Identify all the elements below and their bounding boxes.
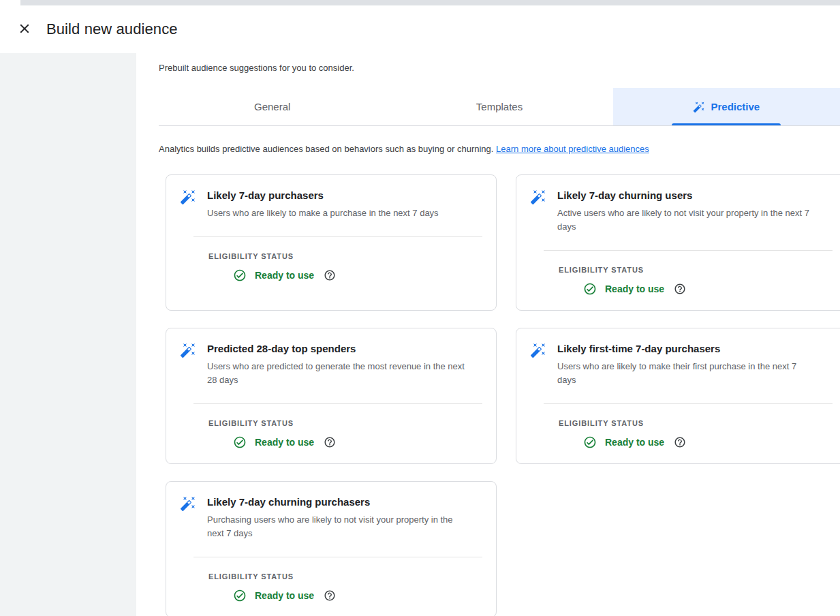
eligibility-status-label: ELIGIBILITY STATUS [559, 266, 833, 274]
status-text: Ready to use [605, 283, 664, 294]
help-icon[interactable] [324, 436, 336, 448]
card-text: Likely 7-day churning purchasers Purchas… [207, 495, 466, 540]
predictive-note: Analytics builds predictive audiences ba… [159, 144, 840, 154]
audience-card-description: Users who are predicted to generate the … [207, 360, 466, 387]
card-header: Predicted 28-day top spenders Users who … [180, 342, 482, 387]
help-icon[interactable] [324, 269, 336, 281]
audience-cards-grid: Likely 7-day purchasers Users who are li… [166, 174, 840, 616]
page-title: Build new audience [46, 20, 178, 38]
close-icon [17, 21, 32, 38]
magic-wand-icon [180, 342, 196, 358]
tab-general[interactable]: General [159, 88, 386, 125]
status-row: Ready to use [233, 589, 482, 602]
audience-card-title: Predicted 28-day top spenders [207, 342, 466, 356]
audience-card-description: Users who are likely to make a purchase … [207, 206, 439, 220]
tab-templates[interactable]: Templates [386, 88, 612, 125]
help-icon[interactable] [674, 283, 686, 295]
audience-card-likely-7-day-churning-purchasers[interactable]: Likely 7-day churning purchasers Purchas… [166, 481, 497, 616]
magic-wand-icon [693, 101, 705, 113]
page-top-strip [20, 0, 840, 5]
check-circle-icon [233, 589, 247, 602]
audience-card-description: Active users who are likely to not visit… [557, 206, 816, 234]
eligibility-status-label: ELIGIBILITY STATUS [559, 419, 833, 427]
card-text: Likely 7-day purchasers Users who are li… [207, 189, 439, 220]
divider [193, 403, 482, 404]
card-text: Likely 7-day churning users Active users… [557, 189, 816, 234]
check-circle-icon [233, 268, 247, 282]
active-tab-indicator [672, 123, 781, 125]
tab-predictive-label: Predictive [711, 101, 760, 112]
sidebar-panel [0, 53, 136, 616]
divider [544, 250, 833, 251]
card-header: Likely first-time 7-day purchasers Users… [530, 342, 833, 387]
status-row: Ready to use [583, 282, 833, 296]
card-text: Predicted 28-day top spenders Users who … [207, 342, 466, 387]
audience-card-likely-7-day-churning-users[interactable]: Likely 7-day churning users Active users… [516, 174, 840, 311]
magic-wand-icon [180, 189, 196, 205]
tab-templates-label: Templates [476, 101, 523, 112]
status-text: Ready to use [255, 270, 314, 281]
audience-card-description: Purchasing users who are likely to not v… [207, 513, 466, 540]
tab-general-label: General [254, 101, 290, 112]
check-circle-icon [583, 282, 597, 296]
eligibility-status-label: ELIGIBILITY STATUS [208, 419, 482, 427]
magic-wand-icon [530, 189, 546, 205]
status-row: Ready to use [233, 268, 482, 282]
audience-card-likely-7-day-purchasers[interactable]: Likely 7-day purchasers Users who are li… [166, 174, 497, 311]
status-text: Ready to use [255, 437, 314, 448]
content-area: Prebuilt audience suggestions for you to… [136, 53, 840, 616]
audience-card-likely-first-time-7-day-purchasers[interactable]: Likely first-time 7-day purchasers Users… [516, 328, 840, 464]
intro-text: Prebuilt audience suggestions for you to… [159, 53, 840, 73]
audience-card-title: Likely 7-day churning purchasers [207, 495, 466, 509]
status-row: Ready to use [583, 435, 833, 449]
tab-predictive[interactable]: Predictive [613, 88, 840, 125]
audience-card-description: Users who are likely to make their first… [557, 360, 816, 387]
magic-wand-icon [180, 495, 196, 512]
status-text: Ready to use [255, 590, 314, 601]
magic-wand-icon [530, 342, 546, 358]
audience-card-title: Likely first-time 7-day purchasers [557, 342, 816, 356]
card-text: Likely first-time 7-day purchasers Users… [557, 342, 816, 387]
divider [193, 236, 482, 237]
status-row: Ready to use [233, 435, 482, 449]
audience-card-title: Likely 7-day purchasers [207, 189, 439, 202]
help-icon[interactable] [674, 436, 686, 448]
audience-card-predicted-28-day-top-spenders[interactable]: Predicted 28-day top spenders Users who … [166, 328, 497, 464]
card-header: Likely 7-day churning purchasers Purchas… [180, 495, 482, 540]
tab-bar: General Templates Predictive [159, 88, 840, 126]
card-header: Likely 7-day purchasers Users who are li… [180, 189, 482, 220]
modal-header: Build new audience [0, 5, 840, 53]
predictive-note-text: Analytics builds predictive audiences ba… [159, 144, 493, 154]
audience-card-title: Likely 7-day churning users [557, 189, 816, 202]
learn-more-link[interactable]: Learn more about predictive audiences [496, 144, 649, 154]
help-icon[interactable] [324, 589, 336, 602]
card-header: Likely 7-day churning users Active users… [530, 189, 833, 234]
divider [544, 403, 833, 404]
check-circle-icon [233, 435, 247, 449]
divider [193, 557, 482, 557]
status-text: Ready to use [605, 437, 664, 448]
check-circle-icon [583, 435, 597, 449]
close-button[interactable] [12, 17, 37, 42]
eligibility-status-label: ELIGIBILITY STATUS [208, 252, 482, 260]
eligibility-status-label: ELIGIBILITY STATUS [208, 572, 482, 581]
